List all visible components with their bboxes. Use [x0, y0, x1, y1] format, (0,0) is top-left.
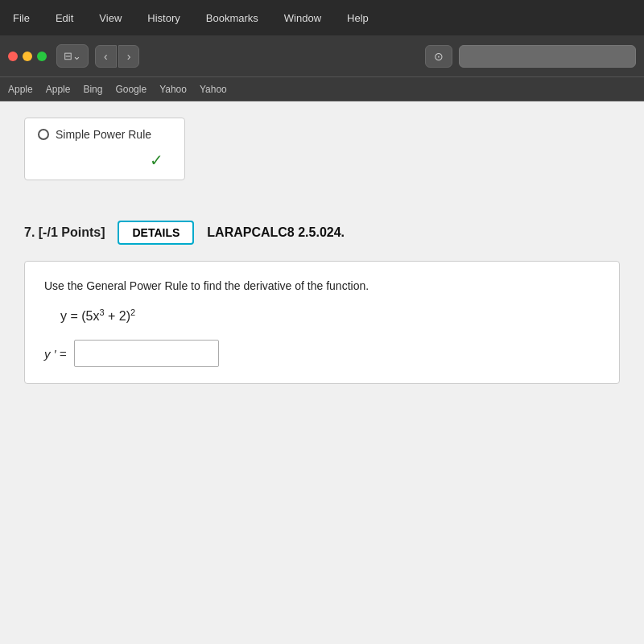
sidebar-icon: ⊟ — [64, 50, 72, 62]
problem-section: 7. [-/1 Points] DETAILS LARAPCALC8 2.5.0… — [0, 196, 644, 400]
radio-label: Simple Power Rule — [56, 128, 151, 141]
problem-number: 7. [-/1 Points] — [24, 225, 105, 240]
details-button[interactable]: DETAILS — [118, 221, 194, 245]
sidebar-toggle-button[interactable]: ⊟ ⌄ — [56, 44, 89, 68]
equation-prefix: y = — [60, 309, 81, 323]
equation: y = (5x3 + 2)2 — [60, 308, 600, 324]
address-bar[interactable] — [459, 45, 636, 68]
bookmark-bing[interactable]: Bing — [83, 84, 102, 95]
problem-content: Use the General Power Rule to find the d… — [24, 261, 620, 384]
bookmark-yahoo-2[interactable]: Yahoo — [200, 84, 227, 95]
radio-box: Simple Power Rule ✓ — [24, 118, 185, 180]
minimize-button[interactable] — [23, 52, 32, 61]
problem-code: LARAPCALC8 2.5.024. — [207, 225, 345, 240]
toolbar: ⊟ ⌄ ‹ › ⊙ — [0, 35, 644, 77]
bookmark-google[interactable]: Google — [115, 84, 147, 95]
radio-row: Simple Power Rule — [38, 128, 171, 141]
check-mark: ✓ — [150, 151, 171, 169]
menu-edit[interactable]: Edit — [52, 10, 76, 26]
problem-header: 7. [-/1 Points] DETAILS LARAPCALC8 2.5.0… — [24, 221, 620, 245]
nav-buttons: ‹ › — [95, 45, 139, 68]
content-area: Simple Power Rule ✓ 7. [-/1 Points] DETA… — [0, 101, 644, 644]
top-section: Simple Power Rule ✓ — [0, 101, 644, 196]
answer-label: y ′ = — [44, 347, 66, 361]
menu-window[interactable]: Window — [281, 10, 324, 26]
reader-view-button[interactable]: ⊙ — [425, 45, 452, 68]
menu-history[interactable]: History — [144, 10, 183, 26]
bookmark-apple-2[interactable]: Apple — [46, 84, 71, 95]
close-button[interactable] — [8, 52, 18, 61]
radio-button[interactable] — [38, 129, 49, 140]
problem-instruction: Use the General Power Rule to find the d… — [44, 278, 600, 295]
menu-file[interactable]: File — [10, 10, 33, 26]
dropdown-icon: ⌄ — [72, 50, 81, 62]
maximize-button[interactable] — [37, 52, 47, 61]
bookmark-apple-1[interactable]: Apple — [8, 84, 33, 95]
answer-input[interactable] — [74, 340, 219, 367]
forward-button[interactable]: › — [118, 45, 140, 68]
bookmarks-bar: Apple Apple Bing Google Yahoo Yahoo — [0, 77, 644, 101]
menu-bookmarks[interactable]: Bookmarks — [203, 10, 262, 26]
bookmark-yahoo-1[interactable]: Yahoo — [159, 84, 187, 95]
answer-row: y ′ = — [44, 340, 600, 367]
menu-help[interactable]: Help — [344, 10, 372, 26]
menu-view[interactable]: View — [96, 10, 125, 26]
equation-body: (5x3 + 2)2 — [81, 309, 135, 323]
traffic-lights — [8, 52, 47, 61]
menu-bar: File Edit View History Bookmarks Window … — [0, 0, 644, 35]
back-button[interactable]: ‹ — [95, 45, 117, 68]
